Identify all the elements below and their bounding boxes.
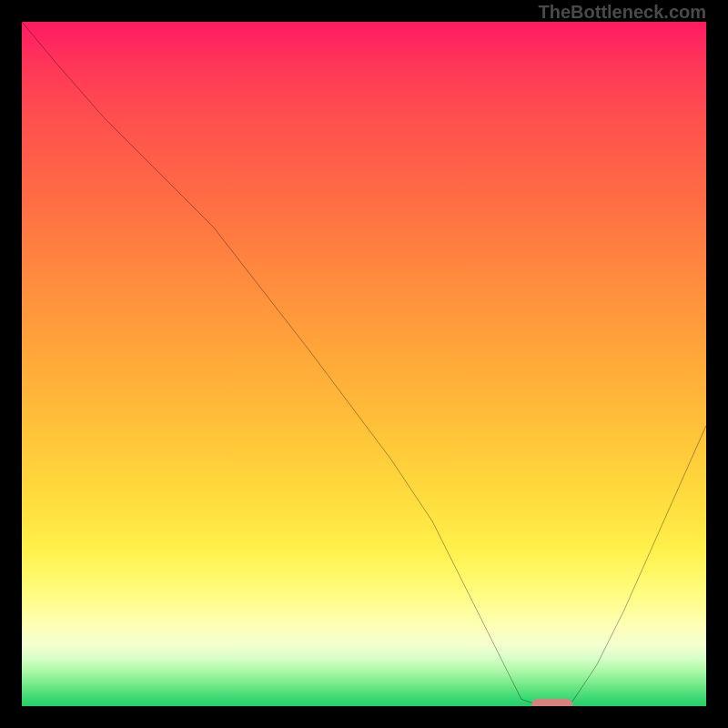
curve-path [22,22,706,706]
watermark-label: TheBottleneck.com [539,2,706,22]
chart-frame: TheBottleneck.com [0,0,728,728]
highlight-point [531,699,572,706]
plot-area [22,22,706,706]
bottleneck-curve [22,22,706,706]
